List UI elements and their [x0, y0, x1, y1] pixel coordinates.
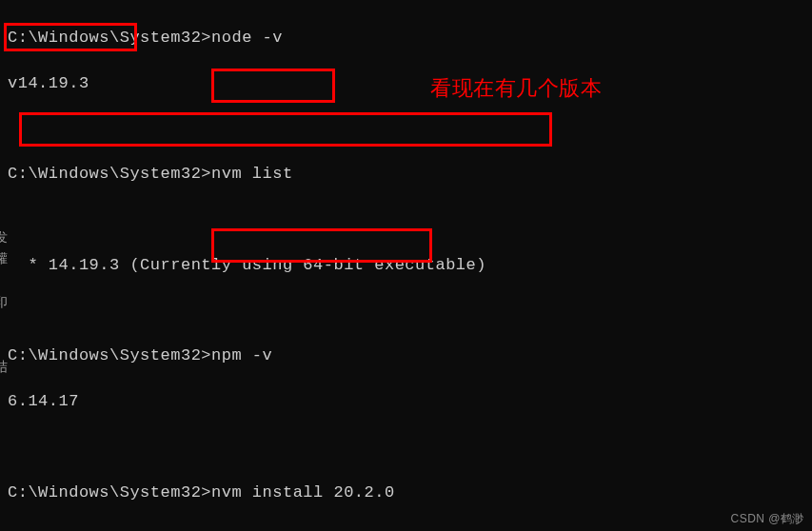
edge-char: 结 — [0, 360, 9, 373]
edge-char: 印 — [0, 295, 9, 308]
watermark: CSDN @鹤渺 — [730, 511, 804, 527]
terminal-line — [8, 436, 804, 459]
terminal-line: * 14.19.3 (Currently using 64-bit execut… — [8, 254, 804, 277]
terminal-line: C:\Windows\System32>nvm install 20.2.0 — [8, 482, 804, 504]
terminal-line — [8, 208, 804, 231]
prompt: C:\Windows\System32> — [8, 483, 211, 502]
terminal-line: 6.14.17 — [8, 390, 804, 413]
terminal-line: C:\Windows\System32>npm -v — [8, 344, 804, 367]
output-text: * 14.19.3 (Currently using 64-bit execut… — [8, 256, 486, 274]
command: nvm install 20.2.0 — [211, 483, 395, 502]
edge-char: 罐 — [0, 251, 9, 265]
terminal-line: C:\Windows\System32>nvm list — [8, 163, 804, 186]
terminal-line: Downloading node.js version 20.2.0 (64-b… — [8, 527, 804, 531]
output-text: 6.14.17 — [8, 392, 79, 410]
command: npm -v — [211, 346, 272, 364]
terminal-line — [8, 117, 804, 140]
command: node -v — [211, 29, 283, 47]
output-text: v14.19.3 — [8, 74, 89, 92]
prompt: C:\Windows\System32> — [8, 165, 211, 183]
prompt: C:\Windows\System32> — [8, 29, 211, 47]
terminal-line: v14.19.3 — [8, 72, 804, 95]
command: nvm list — [211, 165, 293, 183]
prompt: C:\Windows\System32> — [8, 346, 211, 364]
edge-char: 发 — [0, 230, 9, 244]
terminal-line: C:\Windows\System32>node -v — [8, 27, 804, 49]
terminal-line — [8, 300, 804, 323]
terminal-output[interactable]: C:\Windows\System32>node -v v14.19.3 C:\… — [0, 0, 812, 531]
